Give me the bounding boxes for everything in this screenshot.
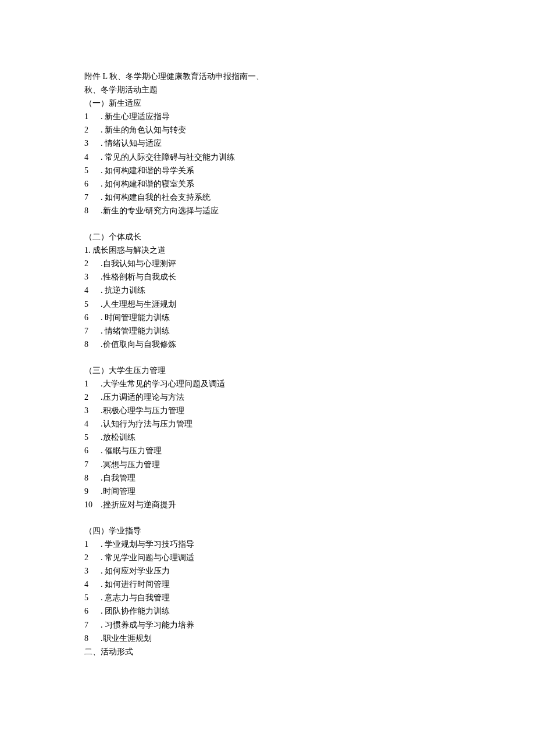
item-text: . 新生的角色认知与转变 <box>101 123 451 137</box>
item-number: 2 <box>84 551 101 564</box>
item-text: . 学业规划与学习技巧指导 <box>101 538 451 551</box>
item-number: 7 <box>84 618 101 632</box>
list-item: 10.挫折应对与逆商提升 <box>84 498 451 511</box>
list-item: 5.人生理想与生涯规划 <box>84 298 451 311</box>
list-item: 1. 学业规划与学习技巧指导 <box>84 538 451 551</box>
item-number: 8 <box>84 632 101 645</box>
item-text: . 如何应对学业压力 <box>101 564 451 578</box>
section-2-title: （二）个体成长 <box>84 230 451 243</box>
footer-heading: 二、活动形式 <box>84 645 451 658</box>
list-item: 2.自我认知与心理测评 <box>84 257 451 270</box>
item-number: 1 <box>84 377 101 390</box>
list-item: 8.自我管理 <box>84 471 451 485</box>
list-item: 7. 如何构建自我的社会支持系统 <box>84 191 451 204</box>
list-item: 5. 如何构建和谐的导学关系 <box>84 164 451 177</box>
header-line-1: 附件 L 秋、冬学期心理健康教育活动申报指南一、 <box>84 70 451 83</box>
item-number: 1 <box>84 110 101 123</box>
item-number: 4 <box>84 417 101 431</box>
item-number: 6 <box>84 311 101 324</box>
item-text: .积极心理学与压力管理 <box>101 404 451 417</box>
section-1-title: （一）新生适应 <box>84 96 451 110</box>
item-text: . 如何进行时间管理 <box>101 578 451 591</box>
item-text: .大学生常见的学习心理问题及调适 <box>101 377 451 390</box>
item-number: 3 <box>84 404 101 417</box>
list-item: 1. 新生心理适应指导 <box>84 110 451 123</box>
list-item: 1.大学生常见的学习心理问题及调适 <box>84 377 451 390</box>
item-text: .价值取向与自我修炼 <box>101 338 451 351</box>
list-item: 4. 常见的人际交往障碍与社交能力训练 <box>84 151 451 164</box>
item-number: 7 <box>84 191 101 204</box>
document-page: 附件 L 秋、冬学期心理健康教育活动申报指南一、 秋、冬学期活动主题 （一）新生… <box>0 0 535 693</box>
item-number: 8 <box>84 204 101 217</box>
item-number: 3 <box>84 270 101 284</box>
item-text: .放松训练 <box>101 431 451 444</box>
item-number: 4 <box>84 151 101 164</box>
list-item: 3. 情绪认知与适应 <box>84 137 451 150</box>
item-text: . 情绪认知与适应 <box>101 137 451 150</box>
item-text: . 如何构建自我的社会支持系统 <box>101 191 451 204</box>
item-number: 9 <box>84 485 101 498</box>
item-text: .认知行为疗法与压力管理 <box>101 417 451 431</box>
item-number: 8 <box>84 338 101 351</box>
item-number: 7 <box>84 458 101 471</box>
item-number: 2 <box>84 390 101 404</box>
item-text: .性格剖析与自我成长 <box>101 270 451 284</box>
item-text: . 意志力与自我管理 <box>101 591 451 604</box>
item-text: . 情绪管理能力训练 <box>101 324 451 338</box>
list-item: 3.性格剖析与自我成长 <box>84 270 451 284</box>
item-text: . 抗逆力训练 <box>101 284 451 297</box>
item-text: .职业生涯规划 <box>101 632 451 645</box>
list-item: 2. 新生的角色认知与转变 <box>84 123 451 137</box>
list-item: 4.认知行为疗法与压力管理 <box>84 417 451 431</box>
list-item: 6. 团队协作能力训练 <box>84 604 451 618</box>
item-text: .时间管理 <box>101 485 451 498</box>
section-1-list: 1. 新生心理适应指导2. 新生的角色认知与转变3. 情绪认知与适应4. 常见的… <box>84 110 451 217</box>
list-item: 7.冥想与压力管理 <box>84 458 451 471</box>
item-text: .人生理想与生涯规划 <box>101 298 451 311</box>
item-number: 7 <box>84 324 101 338</box>
item-number: 3 <box>84 137 101 150</box>
item-text: . 时间管理能力训练 <box>101 311 451 324</box>
item-number: 2 <box>84 123 101 137</box>
item-number: 2 <box>84 257 101 270</box>
item-number: 6 <box>84 604 101 618</box>
list-item: 2. 常见学业问题与心理调适 <box>84 551 451 564</box>
item-number: 5 <box>84 298 101 311</box>
item-number: 6 <box>84 444 101 457</box>
list-item: 7. 习惯养成与学习能力培养 <box>84 618 451 632</box>
item-text: .冥想与压力管理 <box>101 458 451 471</box>
list-item: 6. 如何构建和谐的寝室关系 <box>84 177 451 191</box>
list-item: 5. 意志力与自我管理 <box>84 591 451 604</box>
header-line-2: 秋、冬学期活动主题 <box>84 83 451 96</box>
list-item: 8.新生的专业/研究方向选择与适应 <box>84 204 451 217</box>
list-item: 4. 如何进行时间管理 <box>84 578 451 591</box>
item-number: 1 <box>84 538 101 551</box>
item-text: . 如何构建和谐的寝室关系 <box>101 177 451 191</box>
section-3-title: （三）大学生压力管理 <box>84 364 451 377</box>
item-number: 6 <box>84 177 101 191</box>
item-text: . 团队协作能力训练 <box>101 604 451 618</box>
section-4-list: 1. 学业规划与学习技巧指导2. 常见学业问题与心理调适3. 如何应对学业压力4… <box>84 538 451 645</box>
item-number: 5 <box>84 431 101 444</box>
item-text: . 新生心理适应指导 <box>101 110 451 123</box>
list-item: 9.时间管理 <box>84 485 451 498</box>
list-item: 3.积极心理学与压力管理 <box>84 404 451 417</box>
item-number: 10 <box>84 498 101 511</box>
list-item: 4. 抗逆力训练 <box>84 284 451 297</box>
item-number: 5 <box>84 164 101 177</box>
item-text: . 常见的人际交往障碍与社交能力训练 <box>101 151 451 164</box>
item-text: . 常见学业问题与心理调适 <box>101 551 451 564</box>
section-3-list: 1.大学生常见的学习心理问题及调适2.压力调适的理论与方法3.积极心理学与压力管… <box>84 377 451 511</box>
item-text: . 催眠与压力管理 <box>101 444 451 457</box>
section-2-list: 2.自我认知与心理测评3.性格剖析与自我成长4. 抗逆力训练5.人生理想与生涯规… <box>84 257 451 351</box>
item-text: .自我认知与心理测评 <box>101 257 451 270</box>
item-text: . 习惯养成与学习能力培养 <box>101 618 451 632</box>
item-number: 5 <box>84 591 101 604</box>
list-item: 3. 如何应对学业压力 <box>84 564 451 578</box>
list-item: 8.职业生涯规划 <box>84 632 451 645</box>
list-item: 6. 时间管理能力训练 <box>84 311 451 324</box>
item-text: . 如何构建和谐的导学关系 <box>101 164 451 177</box>
list-item: 8.价值取向与自我修炼 <box>84 338 451 351</box>
item-text: .自我管理 <box>101 471 451 485</box>
item-text: .挫折应对与逆商提升 <box>101 498 451 511</box>
